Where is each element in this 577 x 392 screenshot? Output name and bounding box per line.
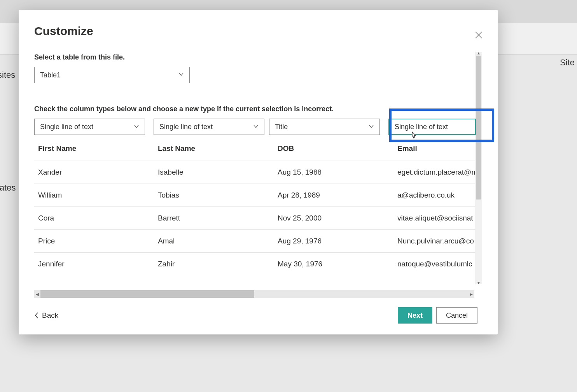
back-button[interactable]: Back (34, 311, 58, 320)
table-row: Xander Isabelle Aug 15, 1988 eget.dictum… (34, 161, 481, 184)
table-row: William Tobias Apr 28, 1989 a@aclibero.c… (34, 184, 481, 207)
cell-dob: Aug 15, 1988 (274, 161, 393, 184)
cell-last-name: Amal (154, 230, 274, 253)
dialog-title: Customize (34, 24, 482, 38)
cell-last-name: Isabelle (154, 161, 274, 184)
column-type-value: Single line of text (159, 123, 213, 131)
table-dropdown[interactable]: Table1 (34, 67, 190, 83)
cell-last-name: Tobias (154, 184, 274, 207)
cell-dob: Aug 29, 1976 (274, 230, 393, 253)
back-label: Back (42, 311, 58, 320)
cancel-button[interactable]: Cancel (436, 307, 477, 324)
cell-email: natoque@vestibulumlc (393, 253, 481, 273)
column-type-value: Title (275, 123, 288, 131)
table-row: Cora Barrett Nov 25, 2000 vitae.aliquet@… (34, 207, 481, 230)
bg-nav-sites: sites (0, 70, 15, 80)
check-columns-label: Check the column types below and choose … (34, 105, 482, 113)
cell-last-name: Barrett (154, 207, 274, 230)
header-email: Email (393, 138, 481, 161)
select-table-label: Select a table from this file. (34, 53, 482, 61)
column-type-row: Single line of text Single line of text … (34, 119, 482, 135)
column-type-dropdown-3[interactable]: Title (269, 119, 380, 135)
close-icon (475, 32, 482, 38)
cell-email: a@aclibero.co.uk (393, 184, 481, 207)
cell-email: eget.dictum.placerat@m (393, 161, 481, 184)
scrollbar-thumb[interactable] (40, 290, 254, 298)
bg-nav-site: Site (560, 58, 575, 68)
cell-email: Nunc.pulvinar.arcu@co (393, 230, 481, 253)
column-type-value: Single line of text (40, 123, 93, 131)
scroll-down-icon: ▼ (475, 281, 482, 285)
vertical-scrollbar[interactable]: ▲ ▼ (475, 52, 482, 284)
table-header-row: First Name Last Name DOB Email (34, 138, 481, 161)
cell-email: vitae.aliquet@sociisnat (393, 207, 481, 230)
chevron-left-icon (34, 312, 39, 319)
chevron-down-icon (178, 72, 184, 79)
chevron-down-icon (134, 123, 139, 131)
cell-first-name: Jennifer (34, 253, 154, 273)
chevron-down-icon (369, 123, 374, 131)
cell-first-name: Cora (34, 207, 154, 230)
header-first-name: First Name (34, 138, 154, 161)
scrollbar-thumb[interactable] (476, 56, 481, 200)
table-row: Price Amal Aug 29, 1976 Nunc.pulvinar.ar… (34, 230, 481, 253)
column-type-dropdown-2[interactable]: Single line of text (154, 119, 264, 135)
column-type-dropdown-1[interactable]: Single line of text (34, 119, 145, 135)
dialog-footer: Back Next Cancel (34, 307, 477, 324)
customize-dialog: Customize Select a table from this file.… (19, 10, 498, 334)
table-row: Jennifer Zahir May 30, 1976 natoque@vest… (34, 253, 481, 273)
preview-table: First Name Last Name DOB Email Xander Is… (34, 138, 481, 273)
bg-nav-lates: lates (0, 183, 16, 193)
column-type-dropdown-4[interactable]: Single line of text (388, 119, 476, 135)
cell-dob: May 30, 1976 (274, 253, 393, 273)
header-last-name: Last Name (154, 138, 274, 161)
chevron-down-icon (253, 123, 259, 131)
horizontal-scrollbar[interactable]: ◀ ▶ (34, 290, 474, 298)
cell-dob: Apr 28, 1989 (274, 184, 393, 207)
close-button[interactable] (475, 32, 482, 40)
next-button[interactable]: Next (398, 307, 432, 324)
column-type-value: Single line of text (395, 123, 448, 131)
scroll-right-icon: ▶ (468, 292, 474, 296)
header-dob: DOB (274, 138, 393, 161)
scroll-up-icon: ▲ (475, 51, 482, 55)
cell-last-name: Zahir (154, 253, 274, 273)
cell-first-name: Xander (34, 161, 154, 184)
scroll-left-icon: ◀ (34, 292, 40, 296)
cell-first-name: Price (34, 230, 154, 253)
scrollbar-track[interactable] (40, 290, 468, 298)
cell-dob: Nov 25, 2000 (274, 207, 393, 230)
table-dropdown-value: Table1 (40, 71, 61, 79)
cell-first-name: William (34, 184, 154, 207)
